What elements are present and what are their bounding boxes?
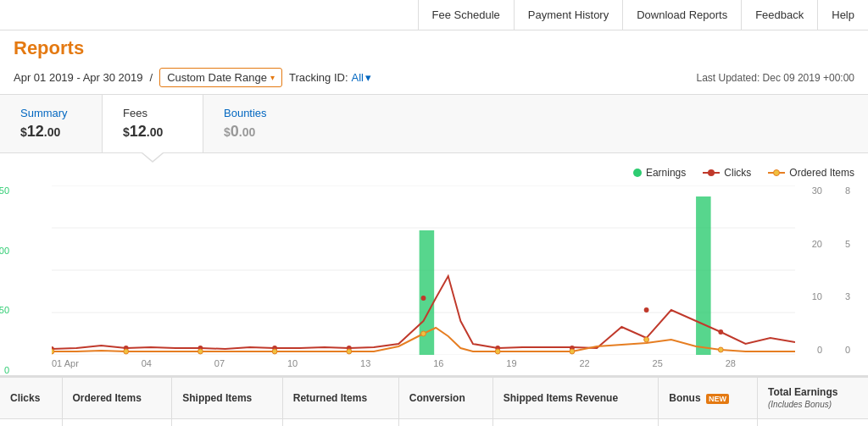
svg-point-15	[52, 349, 54, 354]
custom-date-range-button[interactable]: Custom Date Range ▾	[159, 68, 282, 87]
svg-point-20	[421, 331, 426, 336]
header-left: Apr 01 2019 - Apr 30 2019 / Custom Date …	[14, 68, 371, 87]
legend-clicks: Clicks	[703, 167, 751, 179]
svg-point-24	[718, 347, 723, 352]
summary-card-summary[interactable]: Summary $12.00	[0, 95, 102, 152]
ordered-items-legend-label: Ordered Items	[789, 167, 854, 179]
legend-ordered-items: Ordered Items	[768, 167, 854, 179]
svg-point-22	[570, 349, 575, 354]
col-header-shipped-revenue: Shipped Items Revenue	[492, 377, 659, 419]
svg-point-23	[644, 337, 649, 342]
fees-card-value: $12.00	[123, 123, 182, 141]
tracking-id-section: Tracking ID: All ▾	[289, 71, 371, 84]
svg-point-16	[124, 349, 129, 354]
bar-apr28	[696, 196, 711, 355]
summary-section: Summary $12.00 Fees $12.00 Bounties $0.0…	[0, 95, 868, 153]
chart-wrapper: $7.50 $5.00 $2.50 0 30 20 10 0 8 5 3 0	[14, 185, 854, 375]
summary-card-label: Summary	[20, 107, 81, 119]
x-axis-labels: 01 Apr 04 07 10 13 16 19 22 25 28	[52, 358, 736, 375]
top-navigation: Fee Schedule Payment History Download Re…	[0, 0, 868, 30]
chart-section: Earnings Clicks Ordered Items $7.50 $5.0…	[0, 153, 868, 376]
bar-apr16	[420, 230, 435, 355]
col-header-conversion: Conversion	[398, 377, 492, 419]
col-header-bonus: Bonus NEW	[659, 377, 758, 419]
cell-clicks: 63	[0, 419, 62, 427]
last-updated-text: Last Updated: Dec 09 2019 +00:00	[697, 72, 854, 84]
ordered-items-legend-line	[768, 172, 785, 174]
cell-total-earnings: $12.00	[757, 419, 868, 427]
ordered-items-legend-dot	[773, 169, 780, 176]
earnings-legend-dot	[633, 169, 642, 177]
page-title: Reports	[14, 37, 84, 58]
table-row: 63 6 6 0 9.52% $149.89 $0.00 $12.00	[0, 419, 868, 427]
svg-point-18	[272, 349, 277, 354]
svg-point-14	[718, 329, 723, 335]
y-axis-clicks: 30 20 10 0	[801, 185, 822, 355]
col-header-returned-items: Returned Items	[282, 377, 398, 419]
earnings-legend-label: Earnings	[646, 167, 686, 179]
custom-date-dropdown-arrow: ▾	[270, 73, 275, 82]
cell-bonus: $0.00	[659, 419, 758, 427]
nav-payment-history[interactable]: Payment History	[514, 0, 622, 30]
bounties-card-value: $0.00	[224, 123, 285, 141]
cell-shipped-revenue: $149.89	[492, 419, 659, 427]
bounties-card-label: Bounties	[224, 107, 285, 119]
summary-card-fees[interactable]: Fees $12.00	[102, 95, 203, 152]
cell-conversion: 9.52%	[398, 419, 492, 427]
clicks-legend-label: Clicks	[724, 167, 751, 179]
summary-spacer	[305, 95, 868, 152]
cell-returned-items: 0	[282, 419, 398, 427]
chart-legend: Earnings Clicks Ordered Items	[14, 167, 854, 179]
summary-card-bounties[interactable]: Bounties $0.00	[203, 95, 305, 152]
tracking-id-value: All	[352, 71, 364, 84]
cell-shipped-items: 6	[172, 419, 283, 427]
y-axis-ordered-items: 8 5 3 0	[829, 185, 850, 355]
nav-help[interactable]: Help	[817, 0, 868, 30]
nav-feedback[interactable]: Feedback	[741, 0, 817, 30]
date-range-text: Apr 01 2019 - Apr 30 2019	[14, 71, 143, 84]
svg-point-17	[198, 349, 203, 354]
clicks-legend-dot	[708, 169, 715, 176]
bonus-new-badge: NEW	[706, 394, 729, 404]
tracking-id-link[interactable]: All ▾	[352, 71, 371, 84]
tracking-id-arrow: ▾	[365, 71, 371, 84]
col-header-shipped-items: Shipped Items	[172, 377, 283, 419]
data-table: Clicks Ordered Items Shipped Items Retur…	[0, 376, 868, 426]
page-title-bar: Reports	[0, 30, 868, 59]
nav-fee-schedule[interactable]: Fee Schedule	[418, 0, 514, 30]
tracking-id-label: Tracking ID:	[289, 71, 348, 84]
y-axis-left: $7.50 $5.00 $2.50 0	[0, 185, 9, 375]
col-header-ordered-items: Ordered Items	[62, 377, 172, 419]
clicks-legend-line	[703, 172, 720, 174]
summary-card-value: $12.00	[20, 123, 81, 141]
legend-earnings: Earnings	[633, 167, 686, 179]
chart-svg	[52, 185, 795, 355]
fees-card-label: Fees	[123, 107, 182, 119]
header-controls: Apr 01 2019 - Apr 30 2019 / Custom Date …	[0, 59, 868, 95]
svg-point-21	[495, 349, 500, 354]
nav-download-reports[interactable]: Download Reports	[622, 0, 741, 30]
custom-date-range-label: Custom Date Range	[167, 71, 267, 84]
col-header-total-earnings: Total Earnings (Includes Bonus)	[757, 377, 868, 419]
col-header-clicks: Clicks	[0, 377, 62, 419]
chart-area	[52, 185, 795, 355]
svg-point-10	[421, 296, 426, 301]
cell-ordered-items: 6	[62, 419, 172, 427]
svg-point-13	[644, 307, 649, 313]
svg-point-19	[347, 349, 352, 354]
